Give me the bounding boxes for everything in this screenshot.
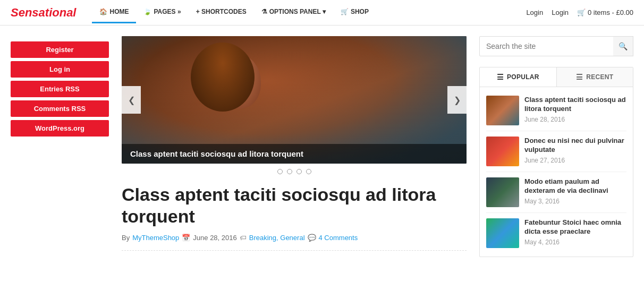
slider-next-button[interactable]: ❯	[447, 86, 467, 114]
tag-icon: 🏷	[240, 234, 247, 242]
widget-post-item: Fatebuntur Stoici haec omnia dicta esse …	[486, 213, 626, 253]
calendar-icon: 📅	[182, 234, 190, 242]
tabs-header: ☰ POPULAR ☰ RECENT	[480, 67, 633, 87]
widget-post-info-1: Class aptent taciti sociosqu ad litora t…	[524, 96, 626, 123]
pages-icon: 🍃	[143, 8, 151, 15]
post-divider	[122, 250, 467, 251]
post-categories[interactable]: Breaking, General	[249, 234, 305, 242]
popular-icon: ☰	[497, 73, 504, 81]
tab-popular[interactable]: ☰ POPULAR	[480, 67, 557, 87]
nav-right: Login Login 🛒 0 items - £0.00	[526, 8, 633, 16]
widget-post-item: Donec eu nisi nec dui pulvinar vulputate…	[486, 131, 626, 172]
sidebar-left: Register Log in Entries RSS Comments RSS…	[11, 36, 109, 257]
widget-post-thumb-4[interactable]	[486, 218, 519, 248]
nav-item-pages[interactable]: 🍃 PAGES »	[136, 2, 188, 23]
widget-post-title-4[interactable]: Fatebuntur Stoici haec omnia dicta esse …	[524, 218, 626, 236]
nav-item-options[interactable]: ⚗ OPTIONS PANEL ▾	[254, 2, 333, 23]
cart-link[interactable]: 🛒 0 items - £0.00	[577, 8, 633, 16]
widget-post-info-2: Donec eu nisi nec dui pulvinar vulputate…	[524, 137, 626, 164]
post-by: By	[122, 234, 130, 242]
tabs-widget: ☰ POPULAR ☰ RECENT Class aptent taciti s…	[479, 67, 633, 257]
login-link[interactable]: Login	[526, 8, 543, 16]
post-author[interactable]: MyThemeShop	[132, 234, 179, 242]
login-link-text[interactable]: Login	[552, 8, 569, 16]
widget-post-title-3[interactable]: Modo etiam paulum ad dexteram de via dec…	[524, 177, 626, 195]
recent-icon: ☰	[576, 73, 583, 81]
sidebar-right: 🔍 ☰ POPULAR ☰ RECENT Clas	[479, 36, 633, 257]
widget-post-thumb-3[interactable]	[486, 177, 519, 207]
main-content: Class aptent taciti sociosqu ad litora t…	[122, 36, 467, 257]
search-icon: 🔍	[618, 42, 628, 50]
widget-post-date-1: June 28, 2016	[524, 116, 626, 123]
home-icon: 🏠	[99, 8, 107, 15]
cart-icon: 🛒	[577, 8, 586, 16]
widget-post-title-2[interactable]: Donec eu nisi nec dui pulvinar vulputate	[524, 137, 626, 155]
search-widget: 🔍	[479, 36, 633, 56]
widget-post-item: Class aptent taciti sociosqu ad litora t…	[486, 90, 626, 131]
post-title: Class aptent taciti sociosqu ad litora t…	[122, 184, 467, 227]
slider-dot-3[interactable]	[296, 169, 302, 174]
post-meta: By MyThemeShop 📅 June 28, 2016 🏷 Breakin…	[122, 234, 467, 242]
top-nav: Sensational 🏠 HOME 🍃 PAGES » + SHORTCODE…	[0, 0, 644, 25]
wordpress-org-button[interactable]: WordPress.org	[11, 120, 109, 137]
popular-tab-label: POPULAR	[507, 73, 539, 81]
slider: Class aptent taciti sociosqu ad litora t…	[122, 36, 467, 164]
tab-recent[interactable]: ☰ RECENT	[557, 67, 633, 87]
slider-prev-button[interactable]: ❮	[122, 86, 141, 114]
widget-post-info-4: Fatebuntur Stoici haec omnia dicta esse …	[524, 218, 626, 246]
slider-dot-1[interactable]	[277, 169, 283, 174]
widget-post-date-2: June 27, 2016	[524, 157, 626, 164]
widget-post-date-3: May 3, 2016	[524, 198, 626, 205]
comments-rss-button[interactable]: Comments RSS	[11, 100, 109, 117]
page-wrapper: Register Log in Entries RSS Comments RSS…	[0, 25, 644, 268]
site-logo[interactable]: Sensational	[11, 6, 76, 20]
widget-post-item: Modo etiam paulum ad dexteram de via dec…	[486, 172, 626, 213]
widget-post-date-4: May 4, 2016	[524, 239, 626, 246]
nav-menu: 🏠 HOME 🍃 PAGES » + SHORTCODES ⚗ OPTIONS …	[92, 2, 526, 23]
login-button[interactable]: Log in	[11, 61, 109, 78]
nav-item-shortcodes[interactable]: + SHORTCODES	[189, 2, 254, 23]
nav-item-home[interactable]: 🏠 HOME	[92, 2, 136, 23]
options-icon: ⚗	[261, 8, 267, 15]
slider-caption: Class aptent taciti sociosqu ad litora t…	[122, 144, 467, 164]
post-date: June 28, 2016	[193, 234, 236, 242]
register-button[interactable]: Register	[11, 41, 109, 58]
widget-post-thumb-2[interactable]	[486, 137, 519, 166]
slider-dots	[122, 169, 467, 174]
search-button[interactable]: 🔍	[613, 36, 633, 56]
nav-item-shop[interactable]: 🛒 SHOP	[333, 2, 376, 23]
slider-dot-2[interactable]	[287, 169, 292, 174]
comment-icon: 💬	[308, 234, 316, 242]
recent-tab-label: RECENT	[586, 73, 613, 81]
slider-dot-4[interactable]	[306, 169, 311, 174]
widget-post-info-3: Modo etiam paulum ad dexteram de via dec…	[524, 177, 626, 205]
widget-post-thumb-1[interactable]	[486, 96, 519, 125]
search-input[interactable]	[479, 36, 633, 56]
widget-posts: Class aptent taciti sociosqu ad litora t…	[480, 87, 633, 257]
widget-post-title-1[interactable]: Class aptent taciti sociosqu ad litora t…	[524, 96, 626, 114]
entries-rss-button[interactable]: Entries RSS	[11, 81, 109, 97]
shop-icon: 🛒	[341, 8, 349, 15]
post-comments[interactable]: 4 Comments	[319, 234, 358, 242]
